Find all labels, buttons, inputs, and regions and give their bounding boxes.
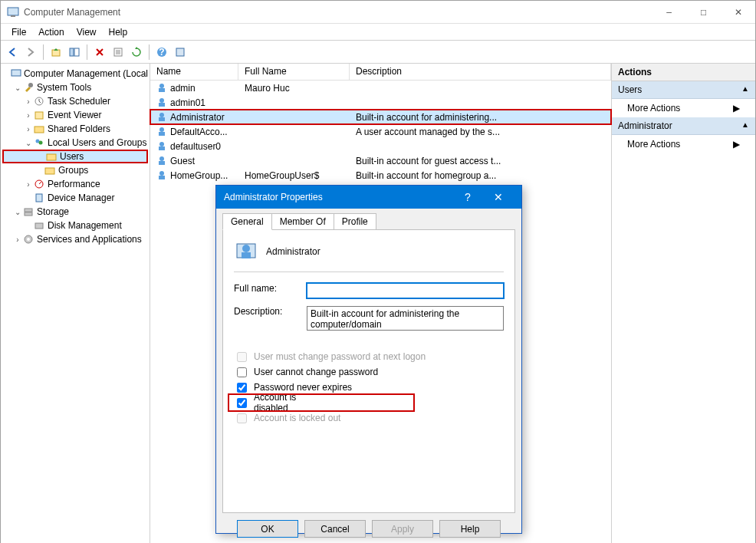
- svg-point-30: [159, 98, 164, 103]
- user-icon: [156, 97, 169, 109]
- forward-button[interactable]: [22, 44, 39, 61]
- collapse-icon: ▲: [741, 84, 749, 95]
- checkbox-disabled[interactable]: Account is disabled: [229, 395, 413, 410]
- tree-performance[interactable]: ›Performance: [2, 177, 148, 191]
- svg-point-13: [28, 83, 33, 87]
- svg-point-34: [159, 127, 164, 132]
- description-field[interactable]: [307, 306, 504, 331]
- chevron-down-icon: ⌄: [13, 208, 22, 216]
- tree-services[interactable]: ›Services and Applications: [2, 232, 148, 246]
- user-icon: [156, 140, 169, 153]
- chevron-right-icon: ›: [13, 235, 22, 244]
- toolbar: ?: [1, 41, 755, 64]
- tree-root[interactable]: Computer Management (Local: [2, 67, 148, 81]
- svg-point-38: [159, 156, 164, 161]
- table-row[interactable]: admin01: [150, 95, 611, 110]
- svg-rect-35: [159, 132, 165, 136]
- actions-more-admin[interactable]: More Actions▶: [612, 135, 755, 153]
- table-row[interactable]: HomeGroup...HomeGroupUser$Built-in accou…: [150, 168, 611, 183]
- dialog-help-button[interactable]: ?: [452, 191, 483, 203]
- table-row[interactable]: GuestBuilt-in account for guest access t…: [150, 153, 611, 168]
- disk-icon: [33, 219, 45, 232]
- menu-help[interactable]: Help: [103, 25, 134, 39]
- tab-memberof[interactable]: Member Of: [271, 213, 334, 230]
- tree-devmgr[interactable]: Device Manager: [2, 191, 148, 205]
- col-name[interactable]: Name: [150, 64, 238, 80]
- minimize-button[interactable]: –: [652, 2, 686, 23]
- device-icon: [33, 192, 45, 204]
- services-icon: [22, 233, 35, 245]
- tree-eventviewer[interactable]: ›Event Viewer: [2, 108, 148, 122]
- tree-groups[interactable]: Groups: [2, 163, 148, 177]
- clock-icon: [33, 95, 45, 107]
- table-row[interactable]: defaultuser0: [150, 139, 611, 153]
- svg-point-28: [159, 84, 164, 88]
- menu-view[interactable]: View: [71, 25, 103, 39]
- tab-profile[interactable]: Profile: [334, 213, 376, 230]
- help-button[interactable]: ?: [153, 44, 170, 61]
- dialog-user-header: Administrator: [234, 239, 504, 272]
- tree-diskmgmt[interactable]: Disk Management: [2, 219, 148, 232]
- actions-section-admin[interactable]: Administrator▲: [612, 117, 755, 135]
- menubar: File Action View Help: [1, 24, 755, 41]
- svg-text:?: ?: [159, 47, 164, 58]
- svg-rect-22: [36, 194, 42, 202]
- dialog-username: Administrator: [266, 246, 320, 257]
- tree-panel: Computer Management (Local ⌄System Tools…: [1, 64, 150, 543]
- back-button[interactable]: [4, 44, 21, 61]
- table-row[interactable]: adminMauro Huc: [150, 81, 611, 95]
- table-row[interactable]: DefaultAcco...A user account managed by …: [150, 124, 611, 139]
- table-row-administrator[interactable]: AdministratorBuilt-in account for admini…: [150, 110, 611, 124]
- refresh-button[interactable]: [128, 44, 145, 61]
- event-icon: [33, 109, 45, 121]
- chevron-down-icon: ⌄: [24, 139, 33, 147]
- tree-localusers[interactable]: ⌄Local Users and Groups: [2, 136, 148, 150]
- menu-file[interactable]: File: [5, 25, 32, 39]
- ok-button[interactable]: OK: [237, 520, 298, 538]
- actions-section-users[interactable]: Users▲: [612, 81, 755, 99]
- fullname-field[interactable]: [307, 283, 504, 298]
- users-icon: [33, 137, 45, 149]
- checkbox-cannotchange[interactable]: User cannot change password: [234, 364, 504, 380]
- collapse-icon: ▲: [741, 120, 749, 131]
- dialog-tabs: General Member Of Profile: [216, 209, 521, 230]
- col-description[interactable]: Description: [350, 64, 611, 80]
- checkbox-locked: Account is locked out: [234, 410, 504, 426]
- dialog-title: Administrator Properties: [224, 192, 452, 202]
- chevron-right-icon: ›: [24, 180, 33, 189]
- svg-point-27: [27, 238, 30, 241]
- close-button[interactable]: ✕: [721, 2, 755, 23]
- chevron-right-icon: ›: [24, 111, 33, 120]
- list-header: Name Full Name Description: [150, 64, 611, 81]
- help-button[interactable]: Help: [439, 520, 501, 538]
- tab-general[interactable]: General: [222, 213, 272, 230]
- maximize-button[interactable]: □: [686, 2, 721, 23]
- perf-icon: [33, 178, 45, 190]
- user-icon: [156, 82, 169, 94]
- svg-point-40: [159, 171, 164, 176]
- cancel-button[interactable]: Cancel: [304, 520, 366, 538]
- svg-rect-31: [159, 103, 165, 107]
- tree-sharedfolders[interactable]: ›Shared Folders: [2, 122, 148, 136]
- window-title: Computer Management: [24, 7, 652, 18]
- properties-button[interactable]: [110, 44, 127, 61]
- show-hide-button[interactable]: [66, 44, 83, 61]
- col-fullname[interactable]: Full Name: [238, 64, 350, 80]
- dialog-close-button[interactable]: ✕: [483, 191, 514, 203]
- svg-point-43: [242, 245, 250, 252]
- tree-users[interactable]: Users: [2, 150, 148, 163]
- delete-button[interactable]: [91, 44, 108, 61]
- up-button[interactable]: [48, 44, 64, 61]
- extra-button[interactable]: [172, 44, 189, 61]
- chevron-down-icon: ⌄: [13, 84, 22, 92]
- apply-button[interactable]: Apply: [372, 520, 433, 538]
- user-icon: [156, 155, 169, 167]
- menu-action[interactable]: Action: [32, 25, 70, 39]
- svg-point-36: [159, 142, 164, 146]
- folder-icon: [44, 164, 56, 176]
- tree-tasksched[interactable]: ›Task Scheduler: [2, 94, 148, 108]
- actions-more-users[interactable]: More Actions▶: [612, 99, 755, 117]
- tree-systools[interactable]: ⌄System Tools: [2, 81, 148, 94]
- tree-storage[interactable]: ⌄Storage: [2, 205, 148, 219]
- chevron-right-icon: ▶: [733, 139, 740, 150]
